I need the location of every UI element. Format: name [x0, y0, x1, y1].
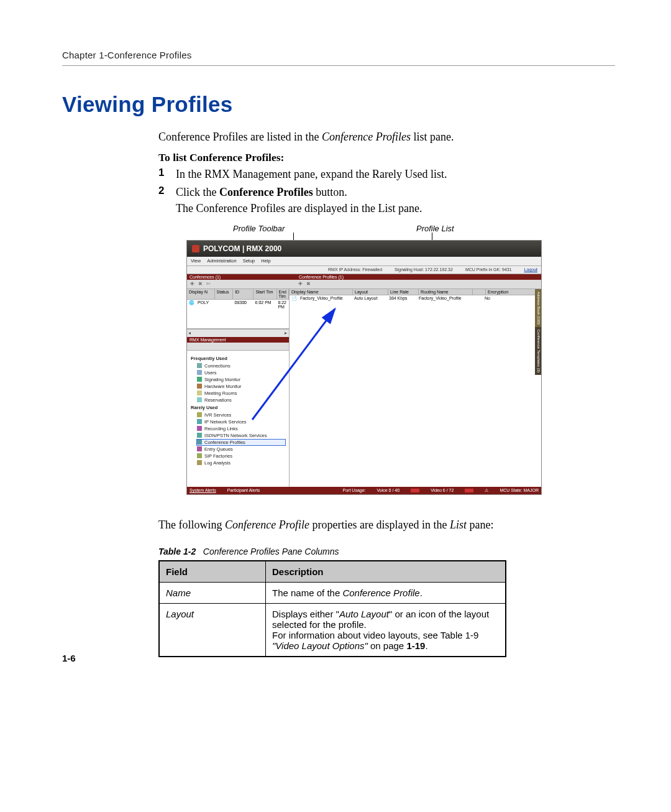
table-row: Name The name of the Conference Profile. [159, 582, 506, 603]
nav-item[interactable]: Entry Queues [197, 446, 285, 452]
users-icon [197, 370, 202, 375]
menu-help[interactable]: Help [261, 258, 270, 264]
app-banner: POLYCOM | RMX 2000 [187, 241, 541, 257]
ivr-icon [197, 412, 202, 417]
logout-link[interactable]: Logout [524, 267, 537, 272]
menu-setup[interactable]: Setup [243, 258, 255, 264]
ipnet-icon [197, 419, 202, 424]
page-number: 1-6 [62, 653, 76, 663]
tab-templates[interactable]: Conference Templates (3) [535, 327, 541, 375]
nav-item[interactable]: Hardware Monitor [197, 384, 285, 389]
polycom-logo-icon [192, 245, 199, 252]
nav-item[interactable]: Log Analysis [197, 460, 285, 466]
video-bar-icon [465, 489, 473, 492]
rooms-icon [197, 390, 202, 395]
nav-item[interactable]: Signaling Monitor [197, 377, 285, 382]
after-figure-paragraph: The following Conference Profile propert… [158, 517, 609, 533]
table-row[interactable]: 🌐 POLY 08300 6:02 PM 8:22 PM [187, 300, 289, 310]
nav-item[interactable]: IP Network Services [197, 419, 285, 425]
th-description: Description [266, 561, 506, 583]
table-caption: Table 1-2 Conference Profiles Pane Colum… [158, 547, 609, 556]
nav-item[interactable]: Connections [197, 363, 285, 369]
nav-item[interactable]: Users [197, 370, 285, 376]
callout-list: Profile List [416, 224, 454, 233]
page-title: Viewing Profiles [62, 92, 615, 117]
profiles-icon [197, 440, 202, 445]
conferences-title: Conferences (1) [187, 274, 295, 280]
conf-grid-body[interactable]: 🌐 POLY 08300 6:02 PM 8:22 PM [187, 300, 289, 329]
nav-group-rarely[interactable]: Rarely Used [191, 405, 285, 410]
connections-icon [197, 363, 202, 368]
rmx-nav[interactable]: Frequently Used Connections Users Signal… [187, 351, 289, 487]
delete-icon[interactable]: ✖ [198, 281, 203, 287]
profile-toolbar[interactable]: ✚ ✖ [295, 280, 541, 289]
queues-icon [197, 446, 202, 451]
step-1: 1 In the RMX Management pane, expand the… [158, 167, 609, 182]
steps-heading: To list Conference Profiles: [158, 151, 609, 164]
nav-item[interactable]: IVR Services [197, 412, 285, 418]
nav-item-conference-profiles[interactable]: Conference Profiles [197, 440, 285, 445]
status-bar: System Alerts Participant Alerts Port Us… [187, 487, 541, 494]
figure-area: Profile Toolbar Profile List POLYCOM | R… [186, 224, 615, 495]
isdn-icon [197, 433, 202, 438]
separator [62, 65, 615, 66]
new-icon[interactable]: ✚ [298, 281, 303, 287]
th-field: Field [159, 561, 266, 583]
step-2: 2 Click the Conference Profiles button. … [158, 185, 609, 216]
screenshot: POLYCOM | RMX 2000 View Administration S… [186, 240, 542, 495]
menu-bar[interactable]: View Administration Setup Help [187, 257, 541, 266]
delete-icon[interactable]: ✖ [306, 281, 311, 287]
table-row: Layout Displays either "Auto Layout" or … [159, 603, 506, 657]
log-icon [197, 460, 202, 465]
profile-grid-header[interactable]: Display Name Layout Line Rate Routing Na… [290, 289, 541, 295]
conf-grid-header[interactable]: Display N Status ID Start Tim End Tim [187, 289, 289, 300]
signaling-icon [197, 377, 202, 382]
nav-item[interactable]: SIP Factories [197, 453, 285, 459]
voice-bar-icon [411, 489, 419, 492]
reservations-icon [197, 397, 202, 402]
new-icon[interactable]: ✚ [190, 281, 194, 287]
nav-item[interactable]: ISDN/PSTN Network Services [197, 433, 285, 438]
sip-icon [197, 453, 202, 458]
participant-alerts[interactable]: Participant Alerts [227, 488, 260, 492]
intro-paragraph: Conference Profiles are listed in the Co… [158, 129, 609, 145]
table-row[interactable]: 📄 Factory_Video_Profile Auto Layout 384 … [290, 295, 541, 302]
conferences-toolbar[interactable]: ✚ ✖ ✄ [187, 280, 295, 289]
properties-table: Field Description Name The name of the C… [158, 560, 506, 657]
rmx-management-toolbar[interactable] [187, 343, 289, 351]
hardware-icon [197, 384, 202, 389]
profiles-title: Conference Profiles (1) [295, 274, 541, 280]
info-bar: RMX IP Address: Firewalled Signaling Hos… [187, 266, 541, 274]
recording-icon [197, 426, 202, 431]
scissors-icon[interactable]: ✄ [206, 281, 211, 287]
callout-toolbar: Profile Toolbar [233, 224, 285, 233]
tab-addressbook[interactable]: Address Book (190) [535, 289, 541, 327]
menu-view[interactable]: View [191, 258, 201, 264]
chapter-breadcrumb: Chapter 1-Conference Profiles [62, 50, 615, 60]
nav-item[interactable]: Recording Links [197, 426, 285, 431]
nav-item[interactable]: Meeting Rooms [197, 390, 285, 396]
nav-group-frequently[interactable]: Frequently Used [191, 356, 285, 361]
nav-item[interactable]: Reservations [197, 397, 285, 403]
profile-grid-body[interactable]: 📄 Factory_Video_Profile Auto Layout 384 … [290, 295, 541, 487]
menu-administration[interactable]: Administration [207, 258, 237, 264]
h-scrollbar[interactable] [187, 329, 289, 337]
rmx-management-title: RMX Management [187, 337, 289, 343]
system-alerts[interactable]: System Alerts [189, 488, 216, 492]
